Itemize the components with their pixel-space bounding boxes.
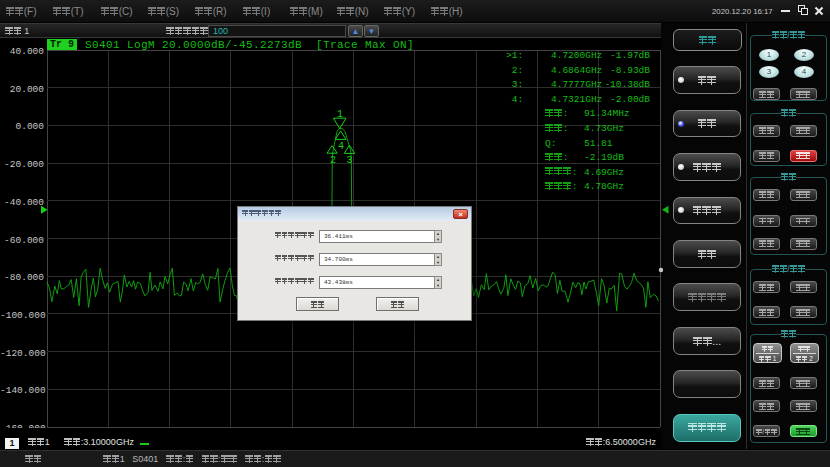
svg-text:1: 1 [337,109,343,120]
svg-text:4: 4 [338,141,344,152]
svg-text:2: 2 [330,155,336,166]
svg-text:3: 3 [346,155,352,166]
